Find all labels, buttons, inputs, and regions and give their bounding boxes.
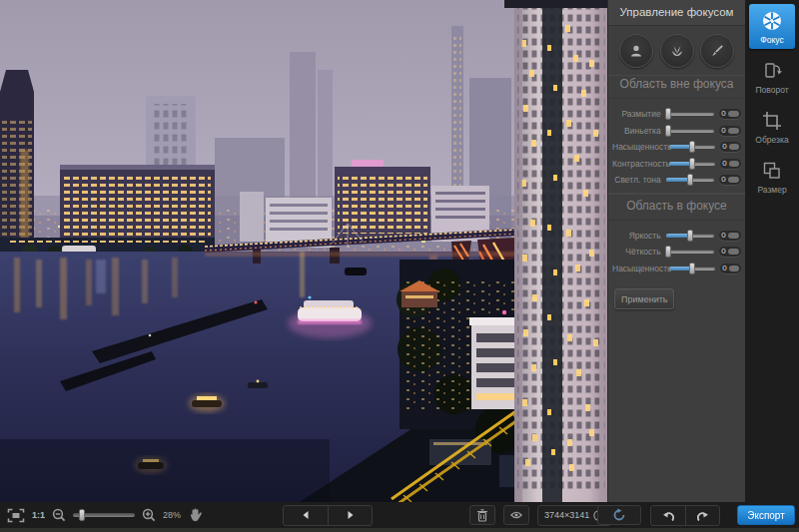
slider-row-sharpness: Чёткость 0: [608, 244, 745, 261]
tab-resize[interactable]: Размер: [749, 154, 795, 199]
photo-image: [0, 0, 607, 502]
redo-button[interactable]: [685, 506, 719, 525]
focus-tool-row: [608, 26, 745, 75]
slider-thumb[interactable]: [687, 230, 693, 242]
value-box[interactable]: 0: [719, 247, 741, 257]
brightness-slider[interactable]: [666, 234, 715, 238]
hand-tool-button[interactable]: [188, 507, 203, 523]
saturation-in-slider[interactable]: [669, 266, 715, 270]
slider-row-saturation-in: Насыщенность 0: [608, 261, 745, 277]
actual-size-button[interactable]: 1:1: [32, 510, 45, 520]
macro-tool-button[interactable]: [660, 34, 694, 68]
value-box[interactable]: 0: [719, 109, 741, 119]
undo-icon: [662, 510, 675, 521]
section-in-focus-heading: Область в фокусе: [608, 193, 745, 221]
section-out-of-focus-heading: Область вне фокуса: [608, 75, 745, 99]
undo-button[interactable]: [651, 506, 685, 525]
image-navigation: [283, 502, 373, 528]
slider-thumb[interactable]: [689, 158, 695, 170]
highlights-slider[interactable]: [666, 178, 715, 182]
export-area: Экспорт: [737, 502, 795, 528]
rotate-view-button[interactable]: [597, 505, 641, 525]
next-image-button[interactable]: [328, 506, 372, 525]
value-box[interactable]: 0: [720, 264, 741, 273]
delete-button[interactable]: [469, 505, 495, 525]
slider-label: Виньетка: [612, 126, 661, 136]
zoom-slider-thumb[interactable]: [79, 509, 85, 521]
rotate-icon: [761, 60, 783, 82]
focus-control-panel: Управление фокусом Обл: [607, 0, 745, 502]
macro-flower-icon: [669, 43, 685, 59]
slider-thumb[interactable]: [687, 174, 693, 186]
zoom-slider[interactable]: [73, 513, 135, 517]
tab-label: Обрезка: [755, 135, 788, 145]
previous-image-button[interactable]: [284, 506, 328, 525]
slider-thumb[interactable]: [689, 141, 695, 153]
aperture-icon: [761, 10, 783, 32]
nav-button-group: [283, 505, 373, 526]
tab-label: Поворот: [755, 85, 788, 95]
slider-row-vignette: Виньетка 0: [608, 123, 745, 140]
eye-icon: [510, 510, 522, 520]
file-actions: 3744×3141: [469, 502, 611, 528]
brush-tool-button[interactable]: [700, 34, 734, 68]
slider-thumb[interactable]: [665, 125, 671, 137]
panel-title: Управление фокусом: [608, 0, 745, 26]
slider-label: Контрастность: [612, 159, 664, 169]
vignette-slider[interactable]: [666, 129, 715, 133]
dimensions-text: 3744×3141: [544, 510, 589, 520]
slider-label: Чёткость: [612, 247, 661, 257]
value-box[interactable]: 0: [719, 126, 741, 136]
value-box[interactable]: 0: [719, 231, 741, 241]
photo-editor-window: Управление фокусом Обл: [0, 0, 799, 532]
crop-icon: [761, 110, 783, 132]
slider-label: Размытие: [612, 109, 661, 119]
tab-label: Фокус: [760, 35, 783, 45]
export-button[interactable]: Экспорт: [737, 505, 795, 525]
value-box[interactable]: 0: [720, 142, 741, 152]
zoom-percent: 28%: [163, 510, 181, 520]
slider-row-saturation-out: Насыщенность 0: [608, 139, 745, 156]
tab-rotate[interactable]: Поворот: [749, 54, 795, 99]
portrait-tool-button[interactable]: [619, 34, 653, 68]
history-actions: [597, 502, 720, 528]
show-original-button[interactable]: [503, 505, 529, 525]
slider-row-contrast: Контрастность 0: [608, 156, 745, 173]
slider-row-blur: Размытие 0: [608, 106, 745, 123]
slider-label: Яркость: [612, 231, 661, 241]
apply-button[interactable]: Применить: [614, 288, 674, 309]
value-box[interactable]: 0: [720, 159, 741, 169]
brush-icon: [709, 43, 725, 59]
zoom-out-button[interactable]: [52, 508, 66, 522]
undo-redo-group: [650, 505, 720, 526]
zoom-in-button[interactable]: [142, 508, 156, 522]
value-box[interactable]: 0: [719, 175, 741, 185]
contrast-slider[interactable]: [669, 162, 715, 166]
fit-to-screen-button[interactable]: [7, 508, 25, 523]
sharpness-slider[interactable]: [666, 250, 715, 254]
tab-label: Размер: [757, 185, 786, 195]
slider-label: Насыщенность: [612, 264, 664, 273]
redo-icon: [696, 510, 709, 521]
photo-canvas[interactable]: [0, 0, 607, 502]
slider-thumb[interactable]: [689, 263, 695, 274]
hand-icon: [188, 507, 203, 523]
tab-focus[interactable]: Фокус: [749, 4, 795, 49]
resize-icon: [761, 160, 783, 182]
mode-sidebar: Фокус Поворот Обрезка Размер: [745, 0, 799, 502]
saturation-out-slider[interactable]: [669, 145, 715, 149]
arrow-left-icon: [301, 510, 311, 520]
circular-arrow-icon: [612, 508, 626, 522]
slider-row-brightness: Яркость 0: [608, 228, 745, 245]
slider-thumb[interactable]: [665, 246, 671, 258]
fit-screen-icon: [7, 508, 25, 523]
slider-thumb[interactable]: [665, 108, 671, 120]
zoom-out-icon: [52, 508, 66, 522]
blur-slider[interactable]: [666, 112, 715, 116]
zoom-in-icon: [142, 508, 156, 522]
tab-crop[interactable]: Обрезка: [749, 104, 795, 149]
arrow-right-icon: [346, 510, 356, 520]
portrait-person-icon: [628, 43, 644, 59]
bottom-toolbar: 1:1 28%: [0, 502, 799, 532]
trash-icon: [476, 509, 488, 522]
